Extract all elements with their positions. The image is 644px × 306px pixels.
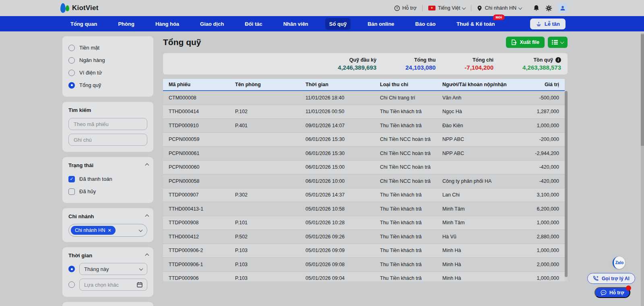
top-bar: KiotViet ? Hỗ trợ ★ Tiếng Việt Chi nhánh… xyxy=(0,0,644,16)
column-header[interactable]: Tên phòng xyxy=(235,82,305,87)
table-scrollbar-thumb[interactable] xyxy=(565,91,568,277)
table-row[interactable]: PCPN00005806/01/2026 10:00Chi Tiền NCC h… xyxy=(163,174,565,188)
person-icon xyxy=(560,5,566,11)
checkbox-icon[interactable] xyxy=(68,188,75,195)
table-row[interactable]: PCPN00006106/01/2026 15:30Chi Tiền NCC h… xyxy=(163,147,565,161)
user-avatar[interactable] xyxy=(558,3,568,13)
summary-stat-label: Tổng thu xyxy=(405,57,436,63)
fund-type-label: Tổng quỹ xyxy=(79,82,101,88)
table-cell: Thu Tiền khách trả xyxy=(380,262,442,267)
column-header[interactable]: Giá trị xyxy=(523,82,559,87)
language-selector[interactable]: ★ Tiếng Việt xyxy=(428,5,466,11)
chevron-down-icon xyxy=(518,6,522,10)
time-preset-select[interactable]: Tháng này xyxy=(79,263,147,275)
table-row[interactable]: TTDP000906-1P.10305/01/2026 09:08Thu Tiề… xyxy=(163,258,565,272)
branch-selector[interactable]: Chi nhánh HN xyxy=(477,5,522,11)
fund-summary-bar: Quỹ đầu kỳ4,246,389,693Tổng thu24,103,08… xyxy=(163,53,568,74)
list-columns-icon xyxy=(552,40,558,45)
table-cell: 2,000,000 xyxy=(523,262,559,267)
search-code-input[interactable] xyxy=(68,118,147,130)
table-cell: TTDP000910 xyxy=(169,123,235,128)
table-cell: P.302 xyxy=(235,192,305,198)
radio-icon[interactable] xyxy=(68,45,75,51)
ai-call-button[interactable]: Gọi trợ lý AI xyxy=(587,273,635,284)
table-row[interactable]: PCPN00005906/01/2026 15:30Chi Tiền NCC h… xyxy=(163,133,565,147)
column-header[interactable]: Người/Tài khoản nộp/nhận xyxy=(442,82,523,87)
table-cell: 11/01/2026 00:50 xyxy=(305,109,380,114)
table-row[interactable]: TTDP000910P.40109/01/2026 14:07Thu Tiền … xyxy=(163,119,565,133)
table-cell: Minh Hà xyxy=(442,262,523,267)
remove-chip-icon[interactable]: ✕ xyxy=(107,228,111,233)
reception-hand-icon xyxy=(536,21,542,27)
zalo-button[interactable]: Zalo xyxy=(613,256,625,269)
table-cell: Văn Anh xyxy=(442,95,523,101)
status-option[interactable]: Đã hủy xyxy=(68,185,147,198)
notifications-button[interactable] xyxy=(533,4,540,12)
kiotviet-logo[interactable]: KiotViet xyxy=(60,3,99,13)
time-preset-radio[interactable] xyxy=(68,266,75,272)
collapse-chevron-icon[interactable] xyxy=(145,215,149,219)
page-scrollbar-thumb[interactable] xyxy=(641,34,644,146)
nav-item--i-t-c[interactable]: Đối tác xyxy=(241,18,266,30)
table-cell: -500,000 xyxy=(523,95,559,101)
radio-icon[interactable] xyxy=(68,82,75,89)
fund-type-option[interactable]: Ví điện tử xyxy=(68,66,147,79)
table-cell: -420,000 xyxy=(523,164,559,170)
summary-stat-value: -7,104,200 xyxy=(464,64,493,71)
table-row[interactable]: TTDP000906-2P.10305/01/2026 09:09Thu Tiề… xyxy=(163,244,565,258)
checkbox-icon[interactable]: ✓ xyxy=(68,176,75,182)
table-cell: Thu Tiền khách trả xyxy=(380,234,442,240)
table-cell: 05/01/2026 09:26 xyxy=(305,234,380,240)
collapse-chevron-icon[interactable] xyxy=(145,254,149,258)
column-header[interactable]: Loại thu chi xyxy=(380,82,442,87)
info-icon[interactable]: i xyxy=(555,57,561,63)
collapse-chevron-icon[interactable] xyxy=(145,163,149,167)
summary-stat: Tổng chi-7,104,200 xyxy=(464,57,493,71)
table-row[interactable]: TTDP000907P.30205/01/2026 14:37Thu Tiền … xyxy=(163,188,565,203)
nav-item-giao-d-ch[interactable]: Giao dịch xyxy=(196,18,228,30)
table-row[interactable]: TTDP000908P.10105/01/2026 10:28Thu Tiền … xyxy=(163,216,565,230)
radio-icon[interactable] xyxy=(68,70,75,76)
table-row[interactable]: TTHD000412P.50205/01/2026 09:26Thu Tiền … xyxy=(163,230,565,244)
nav-item-b-o-c-o[interactable]: Báo cáo xyxy=(411,18,440,30)
time-custom-input[interactable]: Lựa chọn khác xyxy=(79,279,147,291)
branch-chip[interactable]: Chi nhánh HN ✕ xyxy=(71,226,116,235)
chevron-down-icon xyxy=(139,228,143,232)
bell-icon xyxy=(533,4,540,12)
settings-button[interactable] xyxy=(545,5,552,12)
help-menu[interactable]: ? Hỗ trợ xyxy=(394,5,417,11)
table-row[interactable]: TTHD000414P.10211/01/2026 00:50Thu Tiền … xyxy=(163,105,565,119)
export-file-button[interactable]: Xuất file xyxy=(506,37,545,48)
column-header[interactable]: Thời gian xyxy=(305,82,380,87)
notification-dot xyxy=(626,285,631,291)
nav-item-t-ng-quan[interactable]: Tổng quan xyxy=(66,18,101,30)
search-note-input[interactable] xyxy=(68,134,147,146)
table-row[interactable]: PCPN00006006/01/2026 15:00Chi Tiền NCC h… xyxy=(163,161,565,175)
reception-button[interactable]: Lễ tân xyxy=(530,19,566,29)
fund-type-option[interactable]: Ngân hàng xyxy=(68,54,147,66)
nav-item-nh-n-vi-n[interactable]: Nhân viên xyxy=(279,18,312,30)
table-row[interactable]: TTHD000413-105/01/2026 10:58Thu Tiền khá… xyxy=(163,202,565,216)
status-option[interactable]: ✓Đã thanh toán xyxy=(68,173,147,185)
nav-item-h-ng-h-a[interactable]: Hàng hóa xyxy=(151,18,183,30)
nav-item-thu-k-to-n[interactable]: Thuế & Kế toánMới xyxy=(452,18,499,30)
nav-item-b-n-online[interactable]: Bán online xyxy=(363,18,398,30)
table-row[interactable]: TTDP000906P.10305/01/2026 09:04Thu Tiền … xyxy=(163,272,565,282)
time-custom-radio[interactable] xyxy=(68,281,75,288)
chevron-down-icon xyxy=(462,6,466,10)
summary-stat-label: Tồn quỹi xyxy=(522,57,561,63)
fund-type-option[interactable]: Tổng quỹ xyxy=(68,79,147,91)
nav-item-s-qu-[interactable]: Sổ quỹ xyxy=(325,18,351,30)
table-row[interactable]: CTM00000811/01/2026 18:40Chi Chi trang t… xyxy=(163,91,565,105)
nav-item-ph-ng[interactable]: Phòng xyxy=(114,18,138,30)
filter-sidebar: Tiền mặtNgân hàngVí điện tửTổng quỹ Tìm … xyxy=(62,36,153,306)
table-cell: 05/01/2026 09:09 xyxy=(305,248,380,253)
fund-type-option[interactable]: Tiền mặt xyxy=(68,41,147,54)
summary-stat-label: Tổng chi xyxy=(464,57,493,63)
branch-select[interactable]: Chi nhánh HN ✕ xyxy=(68,224,147,237)
column-options-button[interactable] xyxy=(548,37,568,48)
column-header[interactable]: Mã phiếu xyxy=(169,82,235,87)
radio-icon[interactable] xyxy=(68,57,75,64)
summary-stat: Quỹ đầu kỳ4,246,389,693 xyxy=(338,57,376,71)
support-button[interactable]: Hỗ trợ xyxy=(594,287,630,298)
